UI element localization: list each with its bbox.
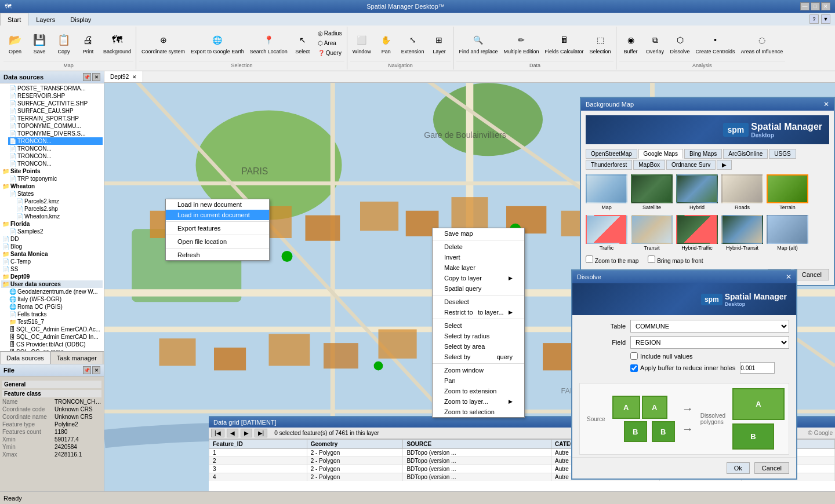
bg-map-cancel[interactable]: Cancel xyxy=(794,269,829,280)
zoom-to-map-label[interactable]: Zoom to the map xyxy=(586,255,638,264)
fields-calc-button[interactable]: 🖩Fields Calculator xyxy=(542,29,586,57)
provider-more[interactable]: ▶ xyxy=(717,160,732,170)
thumb-roads[interactable]: Roads xyxy=(721,174,763,210)
ribbon-options-btn[interactable]: ▼ xyxy=(821,14,830,24)
buffer-button[interactable]: ◉Buffer xyxy=(619,29,642,57)
datasources-close-btn[interactable]: ✕ xyxy=(92,73,100,81)
bottom-tab-task-manager[interactable]: Task manager xyxy=(50,352,103,364)
grid-prev[interactable]: ◀ xyxy=(227,429,238,437)
tree-item-terrain[interactable]: 📄 TERRAIN_SPORT.SHP xyxy=(8,115,103,122)
ctx2-invert[interactable]: Invert xyxy=(433,252,524,262)
include-null-check[interactable] xyxy=(630,352,638,360)
map-tab-dept92[interactable]: Dept92 ✕ xyxy=(104,71,143,82)
open-button[interactable]: 📂Open xyxy=(3,29,27,57)
buffer-value-input[interactable] xyxy=(740,362,775,374)
thumb-traffic[interactable]: Traffic xyxy=(586,215,627,251)
ctx2-pan[interactable]: Pan xyxy=(433,375,524,386)
selection2-button[interactable]: ⬚Selection xyxy=(587,29,613,57)
tree-item-fells[interactable]: 📄 Fells tracks xyxy=(8,311,103,318)
tree-item-test516[interactable]: 📁 Test516_7 xyxy=(8,318,103,326)
tree-item-italy[interactable]: 🌐 Italy (WFS-OGR) xyxy=(8,295,103,303)
tree-item-troncon2[interactable]: 📄 TRONCON... xyxy=(8,145,103,152)
tree-item-parcels2kmz[interactable]: 📄 Parcels2.kmz xyxy=(15,198,103,205)
ctx-load-new[interactable]: Load in new document xyxy=(166,199,269,210)
tree-item-troncon3[interactable]: 📄 TRONCON... xyxy=(8,152,103,160)
ctx2-restrict[interactable]: Restrict to to layer... ▶ xyxy=(433,307,524,317)
tab-layers[interactable]: Layers xyxy=(28,13,63,25)
ctx2-select-area[interactable]: Select by area xyxy=(433,341,524,352)
ctx2-delete[interactable]: Delete xyxy=(433,242,524,252)
tree-item-wheaton[interactable]: 📁 Wheaton xyxy=(1,182,103,190)
ribbon-help-btn[interactable]: ? xyxy=(809,14,819,24)
window-button[interactable]: ⬜Window xyxy=(350,29,373,57)
tree-item-parcels2shp[interactable]: 📄 Parcels2.shp xyxy=(15,205,103,213)
provider-google[interactable]: Google Maps xyxy=(638,149,683,159)
grid-first[interactable]: |◀ xyxy=(211,429,224,437)
thumb-transit[interactable]: Transit xyxy=(631,215,673,251)
ctx2-spatial-query[interactable]: Spatial query xyxy=(433,283,524,294)
tree-item-c-temp[interactable]: 📄 C-Temp xyxy=(1,258,103,265)
dissolve-cancel[interactable]: Cancel xyxy=(754,462,789,474)
query-button[interactable]: ❓ Query xyxy=(315,49,344,57)
export-google-button[interactable]: 🌐Export to Google Earth xyxy=(188,29,246,57)
ctx-refresh[interactable]: Refresh xyxy=(166,250,269,260)
ctx2-zoom-ext[interactable]: Zoom to extension xyxy=(433,386,524,396)
ctx-export[interactable]: Export features xyxy=(166,223,269,233)
tree-item-geodaten[interactable]: 🌐 Geodatenzentrum.de (new W... xyxy=(8,288,103,295)
provider-usgs[interactable]: USGS xyxy=(769,149,796,159)
tree-item-surface-act[interactable]: 📄 SURFACE_ACTIVITE.SHP xyxy=(8,100,103,107)
layer-button[interactable]: ⊞Layer xyxy=(427,29,451,57)
tab-display[interactable]: Display xyxy=(63,13,99,25)
grid-next[interactable]: ▶ xyxy=(241,429,252,437)
background-button[interactable]: 🗺Background xyxy=(101,29,133,57)
select-button[interactable]: ↖Select xyxy=(291,29,314,57)
tree-item-user-data[interactable]: 📁 User data sources xyxy=(1,280,103,288)
thumb-hybrid-transit[interactable]: Hybrid-Transit xyxy=(721,215,763,251)
bring-to-front-check[interactable] xyxy=(648,255,655,263)
tree-item-toponyme-comm[interactable]: 📄 TOPONYME_COMMU... xyxy=(8,122,103,130)
tree-item-samples2[interactable]: 📄 Samples2 xyxy=(8,228,103,235)
save-button[interactable]: 💾Save xyxy=(28,29,51,57)
ctx2-select-radius[interactable]: Select by radius xyxy=(433,331,524,341)
areas-button[interactable]: ◌Areas of Influence xyxy=(739,29,786,57)
tree-item-roma[interactable]: 🌐 Roma OC (PGIS) xyxy=(8,303,103,311)
tree-item-sql-emercad[interactable]: 🗄 SQL_OC_Admin EmerCAD.Ac... xyxy=(8,326,103,333)
maximize-btn[interactable]: □ xyxy=(811,2,820,10)
print-button[interactable]: 🖨Print xyxy=(77,29,100,57)
bg-map-close[interactable]: ✕ xyxy=(823,100,829,108)
bring-to-front-label[interactable]: Bring map to front xyxy=(648,255,703,264)
thumb-map[interactable]: Map xyxy=(586,174,627,210)
provider-mapbox[interactable]: MapBox xyxy=(633,160,665,170)
provider-osm[interactable]: OpenStreetMap xyxy=(586,149,637,159)
field-select[interactable]: REGION xyxy=(630,336,789,349)
tree-item-wheaton-kmz[interactable]: 📄 Wheaton.kmz xyxy=(15,213,103,220)
multi-edit-button[interactable]: ✏Multiple Edition xyxy=(501,29,541,57)
apply-buffer-check[interactable] xyxy=(630,364,638,372)
centroids-button[interactable]: •Create Centroids xyxy=(694,29,738,57)
file-panel-close[interactable]: ✕ xyxy=(92,366,100,374)
thumb-hybrid[interactable]: Hybrid xyxy=(676,174,718,210)
ctx2-zoom-sel[interactable]: Zoom to selection xyxy=(433,407,524,417)
thumb-terrain[interactable]: Terrain xyxy=(767,174,808,210)
thumb-hybrid-traffic[interactable]: Hybrid-Traffic xyxy=(676,215,718,251)
dissolve-close[interactable]: ✕ xyxy=(786,273,792,281)
find-replace-button[interactable]: 🔍Find and replace xyxy=(456,29,500,57)
tree-item-surface-eau[interactable]: 📄 SURFACE_EAU.SHP xyxy=(8,107,103,115)
dissolve-button[interactable]: ⬡Dissolve xyxy=(668,29,692,57)
tree-item-dd[interactable]: 📄 DD xyxy=(1,235,103,243)
thumb-map-alt[interactable]: Map (alt) xyxy=(767,215,808,251)
tree-item-troncon4[interactable]: 📄 TRONCON... xyxy=(8,160,103,167)
tree-item-site-points[interactable]: 📁 Site Points xyxy=(1,167,103,175)
dissolve-ok[interactable]: Ok xyxy=(727,462,750,474)
map-tab-close[interactable]: ✕ xyxy=(132,74,137,80)
grid-last[interactable]: ▶| xyxy=(255,429,268,437)
tree-item-troncon1[interactable]: 📄 TRONCON... xyxy=(8,137,103,145)
tree-item-ss[interactable]: 📄 SS xyxy=(1,265,103,273)
provider-thunderforest[interactable]: Thunderforest xyxy=(586,160,632,170)
ctx2-zoom-window[interactable]: Zoom window xyxy=(433,365,524,375)
ctx2-select[interactable]: Select xyxy=(433,320,524,331)
tree-item-dept09[interactable]: 📁 Dept09 xyxy=(1,273,103,280)
zoom-to-map-check[interactable] xyxy=(586,255,593,263)
table-select[interactable]: COMMUNE xyxy=(630,320,789,333)
search-loc-button[interactable]: 📍Search Location xyxy=(248,29,290,57)
